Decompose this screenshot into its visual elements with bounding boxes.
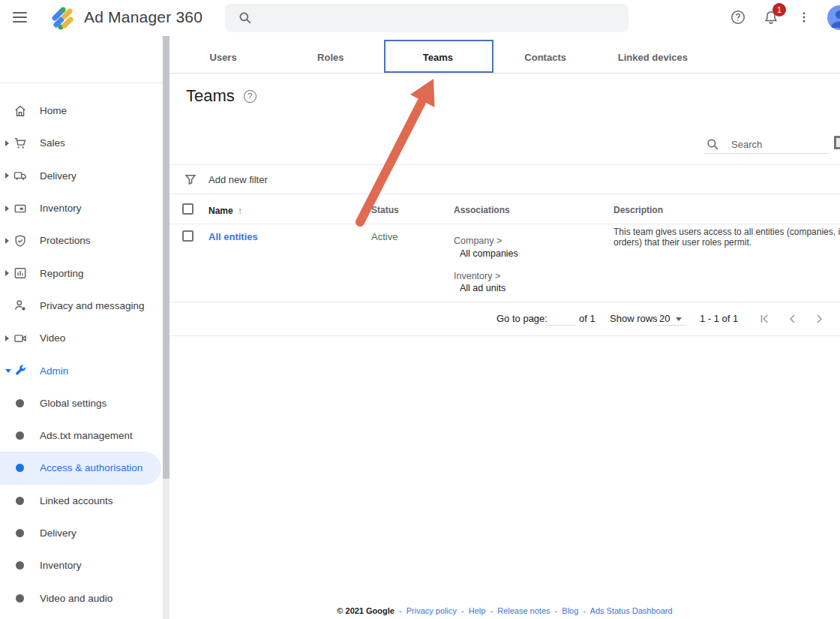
sidebar-subitem-label: Linked accounts [40,495,113,506]
page-title: Teams [186,86,235,106]
sidebar-item-label: Reporting [40,268,84,279]
column-header-description[interactable]: Description [614,205,663,215]
tab-bar: Users Roles Teams Contacts Linked device… [170,41,706,73]
truck-icon [13,168,28,183]
app-bar: Ad Manager 360 1 [0,0,840,36]
global-search-input[interactable] [225,4,628,32]
divider [170,224,840,224]
sidebar-item-privacy-and-messaging[interactable]: Privacy and messaging [0,290,163,322]
team-name-link[interactable]: All entities [208,231,258,242]
sidebar-item-home[interactable]: Home [0,95,163,127]
sidebar-item-access-authorisation[interactable]: Access & authorisation [0,452,161,484]
page-number-input[interactable] [546,311,576,326]
association-value: All companies [460,248,518,259]
sidebar-item-delivery[interactable]: Delivery [0,160,163,192]
rows-per-page-select[interactable]: 20 [655,311,685,326]
column-header-name[interactable]: Name↑ [208,205,242,216]
table-search-input[interactable]: Search [704,136,829,154]
overflow-menu-icon[interactable] [794,7,814,28]
footer-link-ads-status-dashboard[interactable]: Ads Status Dashboard [590,606,673,615]
expand-caret-icon[interactable] [5,270,9,276]
sidebar-divider [0,83,163,83]
clipped-toolbar-icon[interactable] [834,136,840,149]
home-icon [13,104,28,119]
select-all-checkbox[interactable] [182,203,194,215]
tab-contacts[interactable]: Contacts [492,41,599,73]
footer-link-blog[interactable]: Blog [562,606,578,615]
next-page-button[interactable] [808,308,830,329]
sidebar-item-label: Sales [40,137,65,149]
association-group: Inventory > [454,271,500,281]
sidebar-scrollbar-track[interactable] [163,36,170,619]
expand-caret-icon[interactable] [5,173,9,179]
ad-manager-logo-icon [46,2,78,34]
chevron-down-icon [676,317,682,321]
notification-badge: 1 [772,3,786,17]
filter-funnel-icon [184,173,197,186]
bullet-icon [16,529,24,537]
bullet-icon [16,464,24,472]
sidebar-item-label: Inventory [40,203,82,214]
sidebar-scrollbar-thumb[interactable] [163,36,170,479]
expand-caret-icon[interactable] [5,238,9,244]
expand-caret-icon[interactable] [5,335,9,341]
sidebar-item-admin-delivery[interactable]: Delivery [0,517,163,549]
sidebar-item-global-settings[interactable]: Global settings [0,387,163,419]
footer-link-release-notes[interactable]: Release notes [497,606,550,615]
sidebar-item-adstxt-management[interactable]: Ads.txt management [0,419,163,452]
sidebar-item-inventory[interactable]: Inventory [0,192,163,224]
expand-caret-icon[interactable] [5,206,9,212]
status-value: Active [371,231,398,242]
footer-link-help[interactable]: Help [469,606,486,615]
column-header-associations[interactable]: Associations [454,205,510,215]
sidebar-item-admin-inventory[interactable]: Inventory [0,549,163,581]
bullet-icon [16,399,24,407]
sidebar-item-sales[interactable]: Sales [0,127,163,159]
sidebar-item-label: Protections [40,235,91,246]
row-checkbox[interactable] [182,230,194,242]
pagination-bar: Go to page: of 1 Show rows 20 1 - 1 of 1 [170,302,840,335]
expand-caret-icon[interactable] [5,140,9,146]
sidebar-subitem-label: Global settings [40,398,106,409]
title-help-icon[interactable]: ? [244,90,256,103]
association-group: Company > [454,236,502,246]
footer: © 2021 Google - Privacy policy - Help - … [170,606,840,615]
previous-page-button[interactable] [782,308,803,329]
page-count-label: of 1 [579,313,596,324]
sidebar-item-protections[interactable]: Protections [0,224,163,257]
tab-users[interactable]: Users [170,41,277,73]
row-range-label: 1 - 1 of 1 [700,313,738,324]
sidebar-nav: Home Sales Delivery Inventory [0,36,163,619]
wrench-icon [13,363,28,378]
footer-link-privacy-policy[interactable]: Privacy policy [406,606,457,615]
sidebar-item-label: Admin [40,365,68,377]
tab-roles[interactable]: Roles [277,41,384,73]
account-avatar[interactable] [827,5,840,30]
sidebar-subitem-label: Video and audio [40,593,112,604]
main-content: Users Roles Teams Contacts Linked device… [170,36,840,619]
search-placeholder: Search [731,139,762,150]
tab-teams[interactable]: Teams [384,41,491,73]
collapse-caret-icon[interactable] [5,369,11,373]
column-header-status[interactable]: Status [371,205,399,215]
show-rows-label: Show rows [610,313,658,324]
bullet-icon [16,431,24,440]
video-camera-icon [13,331,28,346]
menu-icon[interactable] [13,12,27,23]
sidebar-item-label: Home [40,105,67,116]
tab-linked-devices[interactable]: Linked devices [599,41,706,73]
add-filter-button[interactable]: Add new filter [170,165,840,194]
sidebar-item-reporting[interactable]: Reporting [0,257,163,289]
inventory-icon [13,201,28,216]
sidebar-subitem-label: Inventory [40,560,82,571]
sidebar-subitem-label: Access & authorisation [40,462,142,473]
sidebar-item-video[interactable]: Video [0,322,163,354]
sidebar-item-video-and-audio[interactable]: Video and audio [0,581,163,614]
first-page-button[interactable] [754,308,776,329]
chevron-right-icon [812,311,826,326]
sidebar-item-linked-accounts[interactable]: Linked accounts [0,485,163,517]
app-title: Ad Manager 360 [84,8,202,26]
sidebar-item-label: Privacy and messaging [40,300,145,311]
help-icon[interactable] [728,7,748,28]
sidebar-item-admin[interactable]: Admin [0,354,163,386]
